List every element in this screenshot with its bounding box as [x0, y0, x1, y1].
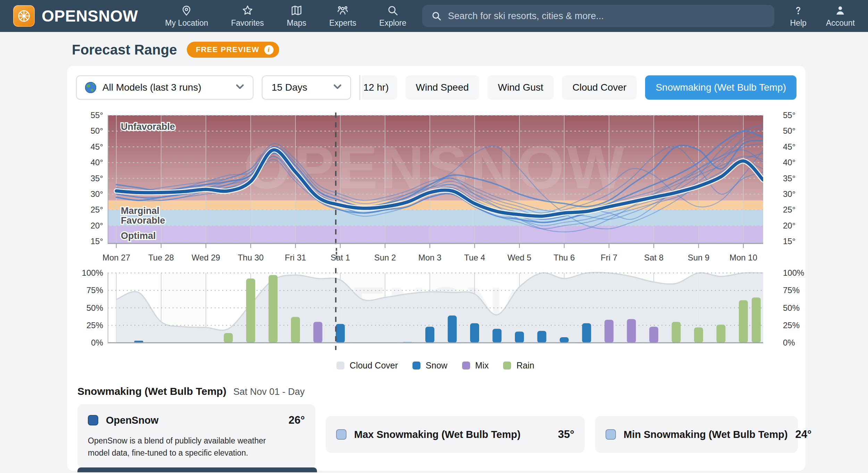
- metric-button-wind-gust[interactable]: Wind Gust: [487, 75, 554, 100]
- precip-bar-snow: [448, 316, 457, 343]
- nav-item-help[interactable]: Help: [790, 4, 807, 28]
- legend-label: Mix: [475, 360, 489, 371]
- precip-cloud-chart: OPENSNOW 100%100%75%75%50%50%25%25%0%0%: [67, 268, 806, 351]
- detail-card-value: 26°: [289, 414, 305, 426]
- legend-swatch: [336, 362, 344, 370]
- precip-bar-snow: [515, 332, 524, 343]
- precip-bar-snow: [582, 323, 591, 343]
- precip-bar-snow: [537, 331, 546, 343]
- search-input[interactable]: [448, 11, 765, 22]
- info-icon[interactable]: i: [264, 45, 274, 55]
- chart-legend: Cloud Cover Snow Mix Rain: [108, 360, 763, 371]
- detail-card-min-snowmaking-wet-bulb-temp[interactable]: Min Snowmaking (Wet Bulb Temp) 24°: [595, 416, 798, 453]
- detail-card-opensnow[interactable]: OpenSnow 26° OpenSnow is a blend of publ…: [77, 404, 315, 468]
- model-select[interactable]: All Models (last 3 runs): [76, 75, 253, 100]
- nav-item-label: My Location: [165, 18, 208, 28]
- nav-item-label: Account: [826, 18, 855, 28]
- nav-item-label: Explore: [379, 18, 406, 28]
- globe-icon: [84, 81, 97, 94]
- series-swatch: [336, 429, 347, 440]
- precip-bar-rain: [224, 333, 233, 343]
- free-preview-badge[interactable]: FREE PREVIEW i: [187, 42, 279, 58]
- precip-bar-mix: [604, 320, 614, 343]
- main-nav: My Location Favorites Maps Experts Explo…: [165, 4, 406, 28]
- legend-label: Rain: [516, 360, 534, 371]
- days-select-value: 15 Days: [272, 82, 307, 93]
- date-axis: Mon 27Tue 28Wed 29Thu 30Fri 31Sat 1Sun 2…: [67, 251, 806, 266]
- experts-icon: [337, 4, 349, 17]
- detail-card-label: Max Snowmaking (Wet Bulb Temp): [354, 429, 520, 440]
- detail-cards-row: OpenSnow 26° OpenSnow is a blend of publ…: [77, 404, 798, 468]
- legend-item-snow[interactable]: Snow: [412, 360, 448, 371]
- legend-item-mix[interactable]: Mix: [462, 360, 489, 371]
- temp-axis-label: 35°: [783, 174, 817, 183]
- precip-chart-plot[interactable]: OPENSNOW: [108, 268, 763, 351]
- temperature-chart-plot[interactable]: OPENSNOWUnfavorableMarginalFavorableOpti…: [108, 113, 763, 249]
- days-select[interactable]: 15 Days: [262, 75, 351, 100]
- metric-button-cloud-cover[interactable]: Cloud Cover: [562, 75, 637, 100]
- percent-axis-label: 0%: [783, 338, 817, 348]
- page-title-row: Forecast Range FREE PREVIEW i: [72, 42, 868, 58]
- nav-item-favorites[interactable]: Favorites: [231, 4, 264, 28]
- legend-item-rain[interactable]: Rain: [503, 360, 534, 371]
- nav-item-label: Help: [790, 18, 807, 28]
- precip-bar-rain: [694, 327, 703, 343]
- nav-item-maps[interactable]: Maps: [287, 4, 306, 28]
- detail-card-label: OpenSnow: [106, 415, 158, 426]
- precip-bar-mix: [649, 327, 658, 343]
- temp-axis-label: 45°: [69, 142, 103, 152]
- date-label: Sun 2: [374, 253, 396, 263]
- nav-item-my-location[interactable]: My Location: [165, 4, 208, 28]
- temp-axis-label: 55°: [69, 110, 103, 120]
- brand-name[interactable]: OPENSNOW: [42, 7, 138, 25]
- temp-axis-label: 15°: [783, 236, 817, 246]
- detail-card-max-snowmaking-wet-bulb-temp[interactable]: Max Snowmaking (Wet Bulb Temp) 35°: [326, 416, 585, 453]
- series-swatch: [88, 415, 98, 425]
- zone-label: Marginal: [121, 206, 159, 216]
- nav-item-account[interactable]: Account: [826, 4, 855, 28]
- legend-item-cloud-cover[interactable]: Cloud Cover: [336, 360, 398, 371]
- filter-toolbar: All Models (last 3 runs) 15 Days 12 hr) …: [76, 75, 796, 100]
- metric-button-wind-speed[interactable]: Wind Speed: [406, 75, 479, 100]
- precip-interval-button[interactable]: 12 hr): [362, 75, 397, 100]
- temp-axis-label: 45°: [783, 142, 817, 152]
- zone-label: Optimal: [121, 231, 156, 241]
- question-icon: [792, 4, 804, 17]
- legend-swatch: [412, 362, 420, 370]
- nav-item-explore[interactable]: Explore: [379, 4, 406, 28]
- date-label: Thu 30: [238, 253, 264, 263]
- detail-section-header: Snowmaking (Wet Bulb Temp) Sat Nov 01 - …: [77, 385, 305, 397]
- search-bar[interactable]: [422, 5, 774, 27]
- precip-bar-snow: [470, 323, 479, 343]
- search-icon: [431, 11, 442, 21]
- nav-item-experts[interactable]: Experts: [329, 4, 356, 28]
- forecast-range-card: All Models (last 3 runs) 15 Days 12 hr) …: [67, 66, 806, 471]
- date-label: Mon 3: [418, 253, 442, 263]
- percent-axis-label: 100%: [69, 268, 103, 278]
- detail-card-description: OpenSnow is a blend of publicly availabl…: [88, 435, 289, 459]
- model-select-value: All Models (last 3 runs): [102, 82, 201, 93]
- opensnow-logo-icon[interactable]: [13, 5, 35, 27]
- free-preview-label: FREE PREVIEW: [196, 45, 259, 54]
- date-label: Mon 27: [102, 253, 130, 263]
- precip-bar-rain: [291, 317, 300, 343]
- chevron-down-icon: [332, 81, 343, 94]
- precip-bar-rain: [269, 275, 278, 343]
- map-icon: [291, 4, 302, 17]
- percent-axis-label: 100%: [783, 268, 817, 278]
- precip-bar-snow: [425, 327, 434, 343]
- precip-bar-rain: [246, 279, 255, 343]
- temp-axis-label: 15°: [69, 236, 103, 246]
- page-title: Forecast Range: [72, 42, 177, 58]
- toolbar-divider: [359, 75, 360, 100]
- series-swatch: [606, 429, 616, 440]
- precip-bar-rain: [739, 300, 748, 343]
- star-icon: [242, 4, 253, 17]
- metric-button-snowmaking-wet-bulb-temp[interactable]: Snowmaking (Wet Bulb Temp): [645, 75, 796, 100]
- precip-bar-snow: [336, 324, 345, 343]
- nav-item-label: Experts: [329, 18, 356, 28]
- next-section-edge: [77, 467, 317, 472]
- percent-axis-label: 25%: [69, 321, 103, 330]
- temp-axis-label: 30°: [783, 189, 817, 199]
- date-label: Thu 6: [553, 253, 575, 263]
